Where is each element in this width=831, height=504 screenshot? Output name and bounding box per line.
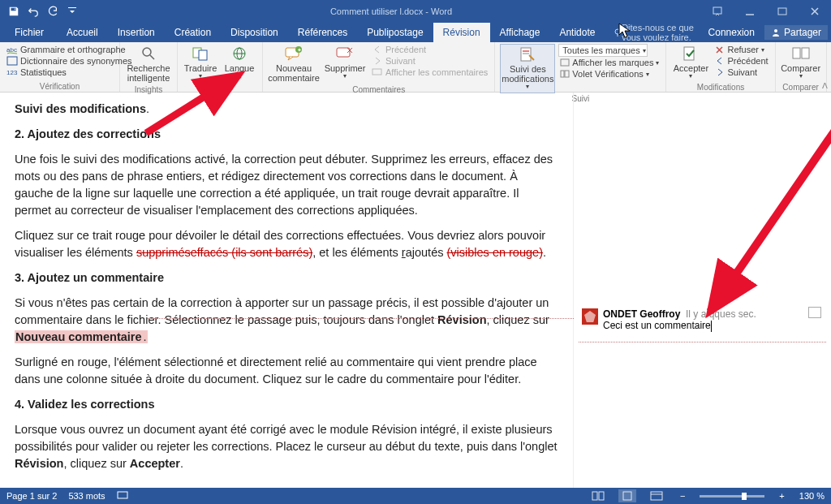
svg-point-5	[774, 29, 777, 32]
text-caret	[711, 321, 712, 332]
word-count-button[interactable]: 123Statistiques	[5, 67, 134, 78]
zoom-level[interactable]: 130 %	[799, 491, 825, 501]
comments-pane: ONDET Geoffroy Il y a qques sec. Ceci es…	[573, 93, 831, 488]
delete-comment-button[interactable]: Supprimer▾	[323, 44, 367, 82]
translate-button[interactable]: Traduire▾	[183, 44, 218, 82]
document-area: Suivi des modifications. 2. Ajoutez des …	[0, 93, 831, 488]
svg-point-9	[143, 48, 151, 56]
minimize-icon[interactable]	[734, 0, 766, 23]
status-words[interactable]: 533 mots	[68, 491, 105, 501]
status-language-icon[interactable]	[117, 490, 128, 502]
tab-mailings[interactable]: Publipostage	[357, 23, 433, 42]
comment-card[interactable]: ONDET Geoffroy Il y a qques sec. Ceci es…	[579, 304, 826, 342]
smart-lookup-button[interactable]: Recherche intelligente	[125, 44, 172, 84]
tab-layout[interactable]: Disposition	[221, 23, 288, 42]
save-icon[interactable]	[5, 2, 23, 20]
svg-rect-26	[565, 71, 569, 77]
title-bar: Comment utiliser l.docx - Word	[0, 0, 831, 23]
thesaurus-button[interactable]: Dictionnaire des synonymes	[5, 55, 134, 67]
status-page[interactable]: Page 1 sur 2	[6, 491, 57, 501]
next-icon	[372, 56, 383, 66]
new-comment-button[interactable]: ✦Nouveau commentaire	[268, 44, 320, 84]
svg-rect-2	[778, 8, 786, 15]
qat-customize-icon[interactable]	[63, 2, 81, 20]
undo-icon[interactable]	[24, 2, 42, 20]
pane-icon	[560, 70, 570, 78]
group-comments: ✦Nouveau commentaire Supprimer▾ Précéden…	[263, 42, 495, 92]
tab-view[interactable]: Affichage	[490, 23, 550, 42]
document-page[interactable]: Suivi des modifications. 2. Ajoutez des …	[0, 93, 573, 488]
svg-point-3	[615, 29, 618, 34]
repeat-icon[interactable]	[44, 2, 62, 20]
svg-rect-20	[372, 69, 381, 75]
track-changes-button[interactable]: Suivi des modifications▾	[500, 44, 555, 93]
zoom-out-button[interactable]: −	[677, 491, 688, 501]
svg-text:✦: ✦	[297, 47, 302, 53]
tab-review[interactable]: Révision	[433, 23, 490, 42]
svg-rect-40	[599, 492, 604, 500]
group-tracking: Suivi des modifications▾ Toutes les marq…	[495, 42, 666, 92]
svg-rect-38	[118, 492, 127, 498]
reply-icon[interactable]	[808, 307, 821, 318]
tab-file[interactable]: Fichier	[2, 23, 57, 42]
markup-icon	[560, 58, 570, 67]
accept-button[interactable]: Accepter▾	[671, 44, 710, 82]
spelling-button[interactable]: abcGrammaire et orthographe	[5, 44, 134, 55]
zoom-in-button[interactable]: +	[776, 491, 787, 501]
tab-references[interactable]: Références	[288, 23, 357, 42]
prev-change-icon	[715, 57, 725, 65]
heading-2: 2. Ajoutez des corrections	[15, 126, 558, 143]
prev-change-button[interactable]: Précédent	[713, 55, 769, 67]
delete-comment-icon	[336, 45, 354, 62]
check-abc-icon: abc	[6, 45, 18, 54]
compare-button[interactable]: Comparer▾	[781, 44, 821, 82]
compare-icon	[792, 45, 810, 62]
status-bar: Page 1 sur 2 533 mots − + 130 %	[0, 488, 831, 504]
group-language: Traduire▾ Langue▾ Langue	[178, 42, 263, 92]
close-icon[interactable]	[799, 0, 831, 23]
zoom-slider[interactable]	[700, 495, 764, 498]
comment-connector	[148, 318, 574, 319]
tab-insert[interactable]: Insertion	[108, 23, 165, 42]
web-layout-icon[interactable]	[648, 489, 665, 502]
read-mode-icon[interactable]	[589, 489, 607, 502]
svg-rect-29	[802, 48, 809, 58]
tab-design[interactable]: Création	[165, 23, 221, 42]
share-button[interactable]: Partager	[764, 25, 828, 40]
reject-icon	[715, 45, 725, 54]
next-change-button[interactable]: Suivant	[713, 67, 769, 78]
svg-text:abc: abc	[6, 46, 17, 54]
show-comments-button[interactable]: Afficher les commentaires	[370, 67, 489, 78]
tab-antidote[interactable]: Antidote	[549, 23, 605, 42]
ribbon: abcGrammaire et orthographe Dictionnaire…	[0, 42, 831, 93]
svg-rect-0	[713, 7, 721, 14]
tab-home[interactable]: Accueil	[57, 23, 108, 42]
language-button[interactable]: Langue▾	[222, 44, 257, 82]
paragraph: Si vous n'êtes pas certain de la correct…	[15, 295, 558, 346]
reviewing-pane-dropdown[interactable]: Volet Vérifications ▾	[558, 68, 661, 80]
heading-4: 4. Validez les corrections	[15, 396, 558, 413]
print-layout-icon[interactable]	[618, 489, 636, 502]
sign-in-link[interactable]: Connexion	[702, 27, 761, 38]
svg-rect-39	[592, 492, 597, 500]
svg-line-10	[150, 55, 154, 59]
maximize-icon[interactable]	[766, 0, 799, 23]
svg-rect-42	[651, 492, 662, 500]
document-title: Comment utiliser l.docx - Word	[81, 6, 701, 16]
next-comment-button[interactable]: Suivant	[370, 55, 489, 67]
show-comments-icon	[372, 67, 383, 77]
collapse-ribbon-icon[interactable]: ᐱ	[822, 81, 828, 90]
ribbon-options-icon[interactable]	[701, 0, 734, 23]
next-change-icon	[715, 68, 725, 76]
svg-rect-41	[623, 492, 631, 500]
person-icon	[771, 28, 781, 37]
paragraph: Lorsque vous ouvrez un document ayant ét…	[15, 421, 558, 472]
display-for-review-dropdown[interactable]: Toutes les marques▾	[558, 44, 648, 57]
prev-comment-button[interactable]: Précédent	[370, 44, 489, 55]
track-changes-icon	[519, 46, 536, 62]
comment-time: Il y a qques sec.	[686, 308, 756, 320]
reject-button[interactable]: Refuser ▾	[713, 44, 769, 55]
show-markup-dropdown[interactable]: Afficher les marques ▾	[558, 57, 661, 68]
svg-rect-27	[684, 47, 694, 60]
tell-me-search[interactable]: Dites-nous ce que vous voulez faire.	[605, 23, 701, 42]
